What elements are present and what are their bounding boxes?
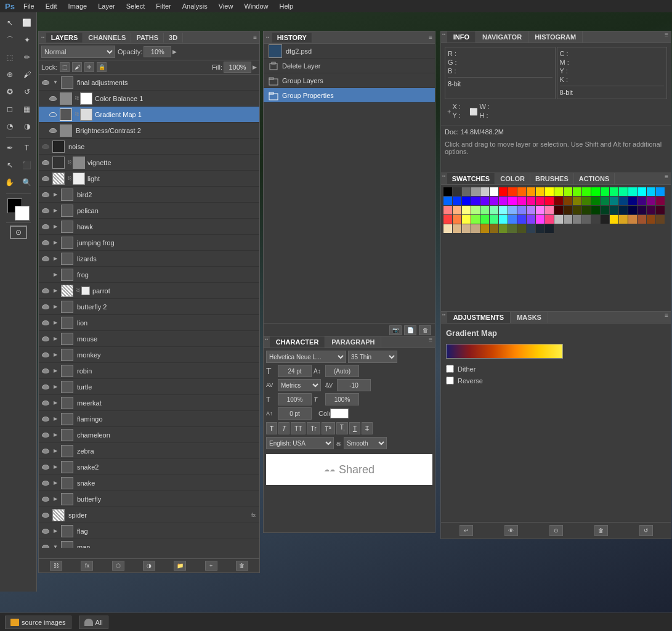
layer-visibility-toggle[interactable] (40, 141, 51, 152)
color-swatch[interactable] (453, 206, 461, 214)
layer-visibility-toggle[interactable] (40, 542, 51, 548)
all-caps-btn[interactable]: TT (291, 422, 306, 434)
eyedropper-tool[interactable]: ✏ (20, 50, 34, 65)
layer-expand[interactable]: ▼ (51, 78, 60, 87)
layer-expand[interactable]: ▶ (51, 335, 60, 343)
color-swatch[interactable] (591, 187, 600, 196)
menu-view[interactable]: View (214, 1, 238, 11)
history-new-doc-btn[interactable]: 📄 (404, 325, 416, 335)
color-swatch[interactable] (471, 224, 480, 233)
menu-filter[interactable]: Filter (151, 1, 176, 11)
color-swatch[interactable] (647, 215, 655, 224)
layer-visibility-toggle[interactable] (40, 205, 51, 216)
layers-panel-menu[interactable]: ≡ (253, 34, 257, 41)
color-swatch[interactable] (638, 215, 646, 224)
layer-item[interactable]: ▶ flamingo (39, 411, 259, 427)
layer-expand[interactable]: ▶ (51, 254, 60, 263)
layer-item[interactable]: ▶ jumping frog (39, 235, 259, 251)
layer-item[interactable]: ▶ frog (39, 267, 259, 283)
layer-expand[interactable]: ▶ (51, 479, 60, 487)
color-swatch[interactable] (527, 197, 535, 205)
font-size-input[interactable] (278, 365, 312, 377)
history-delete-btn[interactable]: 🗑 (419, 325, 431, 335)
color-swatch[interactable] (527, 206, 535, 214)
color-swatch[interactable] (480, 206, 489, 214)
color-swatch[interactable] (601, 206, 609, 214)
layer-item[interactable]: ⛓ Gradient Map 1 (39, 107, 259, 123)
color-swatch[interactable] (471, 206, 480, 214)
tracking-input[interactable] (337, 379, 371, 391)
color-swatch[interactable] (462, 224, 471, 233)
layer-visibility-toggle[interactable] (47, 125, 59, 136)
color-swatch[interactable] (499, 224, 508, 233)
color-swatch[interactable] (527, 215, 535, 224)
menu-layer[interactable]: Layer (93, 1, 120, 11)
color-swatch[interactable] (471, 215, 480, 224)
layer-item[interactable]: ▶ butterfly 2 (39, 299, 259, 315)
layer-visibility-toggle[interactable] (40, 478, 51, 489)
shape-tool[interactable]: ⬛ (20, 158, 34, 173)
color-swatch[interactable] (601, 187, 609, 196)
color-swatch[interactable] (490, 224, 498, 233)
color-swatch[interactable] (480, 197, 489, 205)
color-swatch[interactable] (610, 187, 618, 196)
layer-visibility-toggle[interactable] (40, 221, 51, 232)
history-item[interactable]: Group Layers (264, 73, 435, 88)
layer-visibility-toggle[interactable] (40, 253, 51, 264)
color-swatch[interactable] (610, 206, 618, 214)
color-swatch[interactable] (527, 187, 535, 196)
color-swatch[interactable] (480, 215, 489, 224)
link-layers-btn[interactable]: ⛓ (50, 561, 62, 571)
language-select[interactable]: English: USA (266, 437, 334, 449)
color-swatch[interactable] (462, 206, 471, 214)
tab-swatches[interactable]: SWATCHES (447, 173, 496, 184)
tab-histogram[interactable]: HISTOGRAM (528, 31, 583, 43)
color-swatch[interactable] (638, 187, 646, 196)
layer-expand[interactable]: ▶ (51, 303, 60, 311)
color-swatch[interactable] (490, 197, 498, 205)
layer-visibility-toggle[interactable] (40, 189, 51, 200)
layer-item[interactable]: Brightness/Contrast 2 (39, 123, 259, 139)
color-swatch[interactable] (443, 187, 452, 196)
color-swatch[interactable] (527, 224, 535, 233)
color-swatch[interactable] (610, 197, 618, 205)
layer-expand[interactable]: ▶ (51, 206, 60, 215)
color-swatch[interactable] (619, 206, 628, 214)
layer-visibility-toggle[interactable] (40, 349, 51, 360)
small-caps-btn[interactable]: Tr (307, 422, 320, 434)
layer-visibility-toggle[interactable] (40, 413, 51, 425)
quick-mask-btn[interactable]: ⊙ (10, 226, 27, 239)
layer-expand[interactable]: ▶ (51, 319, 60, 327)
color-swatch[interactable] (554, 197, 563, 205)
color-swatch[interactable] (508, 206, 517, 214)
color-swatch[interactable] (656, 206, 665, 214)
lock-position-icon[interactable]: ✛ (84, 62, 94, 72)
color-swatch[interactable] (462, 187, 471, 196)
tab-paths[interactable]: PATHS (131, 33, 164, 43)
color-swatch[interactable] (453, 197, 461, 205)
layer-expand[interactable]: ▶ (51, 495, 60, 503)
adjustment-layer-btn[interactable]: ◑ (143, 561, 155, 571)
layer-item[interactable]: ▶ chameleon (39, 427, 259, 443)
color-swatch[interactable] (443, 224, 452, 233)
color-swatch[interactable] (443, 206, 452, 214)
layer-visibility-toggle[interactable] (47, 93, 59, 104)
layer-item[interactable]: ▶ pelican (39, 203, 259, 219)
add-mask-btn[interactable]: ⬡ (112, 561, 124, 571)
layer-visibility-toggle[interactable] (40, 285, 51, 296)
color-swatch[interactable] (499, 215, 508, 224)
color-swatch[interactable] (573, 187, 581, 196)
layer-visibility-toggle[interactable] (40, 397, 51, 409)
superscript-btn[interactable]: Ts (322, 422, 335, 434)
lasso-tool[interactable]: ⌒ (2, 33, 17, 47)
color-swatch[interactable] (647, 197, 655, 205)
fill-arrow[interactable]: ▶ (253, 64, 257, 70)
hand-tool[interactable]: ✋ (2, 175, 17, 190)
adj-delete-btn[interactable]: 🗑 (594, 525, 608, 536)
layer-visibility-toggle[interactable] (47, 109, 59, 120)
layer-visibility-toggle[interactable] (40, 494, 51, 505)
layer-visibility-toggle[interactable] (40, 526, 51, 537)
layer-item[interactable]: ▶ mouse (39, 331, 259, 347)
layer-item[interactable]: ▶ butterfly (39, 491, 259, 507)
subscript-btn[interactable]: Tᵢ (336, 422, 348, 434)
